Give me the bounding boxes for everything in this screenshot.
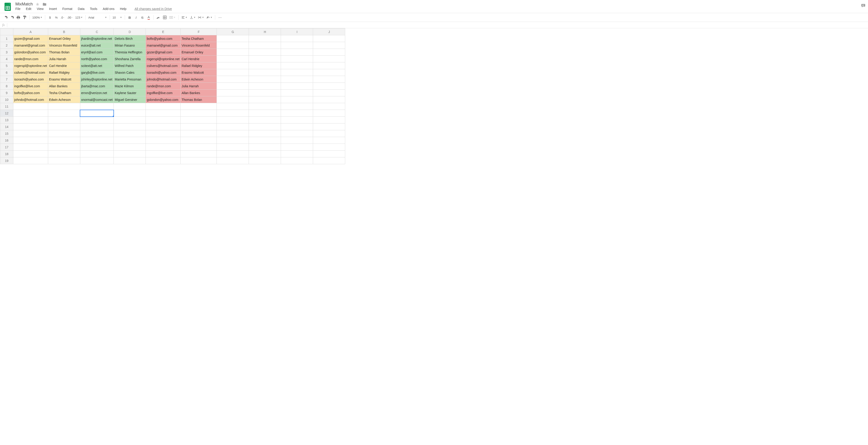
folder-icon[interactable] [42,2,47,6]
col-header-J[interactable]: J [313,29,345,35]
cell-H5[interactable] [249,62,281,69]
row-header-10[interactable]: 10 [0,96,13,103]
cell-C11[interactable] [80,103,114,110]
cell-H13[interactable] [249,117,281,123]
comment-icon[interactable] [861,3,866,8]
cell-B12[interactable] [48,110,80,117]
cell-B9[interactable]: Tesha Chatham [48,90,80,96]
cell-A2[interactable]: marnanel@gmail.com [13,42,48,49]
cell-C9[interactable]: errxn@verizon.net [80,90,114,96]
cell-A18[interactable] [13,151,48,157]
cell-G2[interactable] [217,42,249,49]
cell-H12[interactable] [249,110,281,117]
cell-G6[interactable] [217,69,249,76]
col-header-I[interactable]: I [281,29,313,35]
cell-H16[interactable] [249,137,281,144]
valign-button[interactable]: ▼ [189,14,197,20]
cell-G5[interactable] [217,62,249,69]
merge-cells-button[interactable]: ▼ [168,14,177,20]
italic-button[interactable]: I [133,14,139,20]
print-button[interactable] [16,14,21,20]
cell-B8[interactable]: Allan Bankes [48,83,80,90]
cell-I11[interactable] [281,103,313,110]
cell-G12[interactable] [217,110,249,117]
cell-D6[interactable]: Shavon Cales [114,69,146,76]
cell-B1[interactable]: Emanuel Oriley [48,35,80,42]
cell-C5[interactable]: scitext@att.net [80,62,114,69]
cell-G4[interactable] [217,56,249,62]
row-header-14[interactable]: 14 [0,123,13,130]
cell-E8[interactable]: rande@msn.com [146,83,181,90]
cell-A9[interactable]: boftx@yahoo.com [13,90,48,96]
cell-B4[interactable]: Julia Harrah [48,56,80,62]
cell-C16[interactable] [80,137,114,144]
cell-H4[interactable] [249,56,281,62]
col-header-F[interactable]: F [181,29,217,35]
cell-A17[interactable] [13,144,48,151]
cell-D1[interactable]: Deloris Birch [114,35,146,42]
redo-button[interactable] [9,14,15,20]
cell-C18[interactable] [80,151,114,157]
cell-E19[interactable] [146,157,181,164]
cell-H11[interactable] [249,103,281,110]
cell-E12[interactable] [146,110,181,117]
cell-J2[interactable] [313,42,345,49]
strikethrough-button[interactable]: S [140,14,145,20]
currency-button[interactable]: $ [47,14,53,20]
cell-G8[interactable] [217,83,249,90]
cell-H18[interactable] [249,151,281,157]
cell-J13[interactable] [313,117,345,123]
cell-E18[interactable] [146,151,181,157]
cell-I5[interactable] [281,62,313,69]
halign-button[interactable]: ▼ [180,14,188,20]
borders-button[interactable] [162,14,168,20]
decrease-decimal-button[interactable]: .0← [60,14,66,20]
cell-D17[interactable] [114,144,146,151]
cell-H3[interactable] [249,49,281,56]
percent-button[interactable]: % [53,14,59,20]
cell-C2[interactable]: euice@att.net [80,42,114,49]
cell-B6[interactable]: Rafael Ridgley [48,69,80,76]
cell-I19[interactable] [281,157,313,164]
cell-D18[interactable] [114,151,146,157]
cell-I10[interactable] [281,96,313,103]
cell-I17[interactable] [281,144,313,151]
menu-addons[interactable]: Add-ons [103,7,114,11]
fill-color-button[interactable] [156,14,161,20]
cell-H9[interactable] [249,90,281,96]
menu-format[interactable]: Format [62,7,72,11]
cell-H7[interactable] [249,76,281,83]
cell-A16[interactable] [13,137,48,144]
doc-title[interactable]: MixMatch [16,2,33,6]
cell-I15[interactable] [281,130,313,137]
cell-D9[interactable]: Kaylene Sauter [114,90,146,96]
cell-J3[interactable] [313,49,345,56]
cell-A12[interactable] [13,110,48,117]
cell-C3[interactable]: erynf@aol.com [80,49,114,56]
cell-D15[interactable] [114,130,146,137]
wrap-button[interactable]: ▼ [197,14,205,20]
cell-C13[interactable] [80,117,114,123]
cell-G1[interactable] [217,35,249,42]
cell-J8[interactable] [313,83,345,90]
cell-F19[interactable] [181,157,217,164]
cell-F16[interactable] [181,137,217,144]
cell-G13[interactable] [217,117,249,123]
row-header-12[interactable]: 12 [0,110,13,117]
cell-F9[interactable]: Allan Bankes [181,90,217,96]
cell-F3[interactable]: Emanuel Oriley [181,49,217,56]
cell-J1[interactable] [313,35,345,42]
row-header-5[interactable]: 5 [0,62,13,69]
menu-data[interactable]: Data [78,7,85,11]
save-status[interactable]: All changes saved in Drive [134,7,172,11]
cell-I14[interactable] [281,123,313,130]
row-header-7[interactable]: 7 [0,76,13,83]
cell-F11[interactable] [181,103,217,110]
cell-H19[interactable] [249,157,281,164]
cell-D8[interactable]: Mazie Kilmon [114,83,146,90]
cell-H15[interactable] [249,130,281,137]
cell-J14[interactable] [313,123,345,130]
cell-D7[interactable]: Marietta Pressman [114,76,146,83]
cell-B14[interactable] [48,123,80,130]
col-header-E[interactable]: E [146,29,181,35]
